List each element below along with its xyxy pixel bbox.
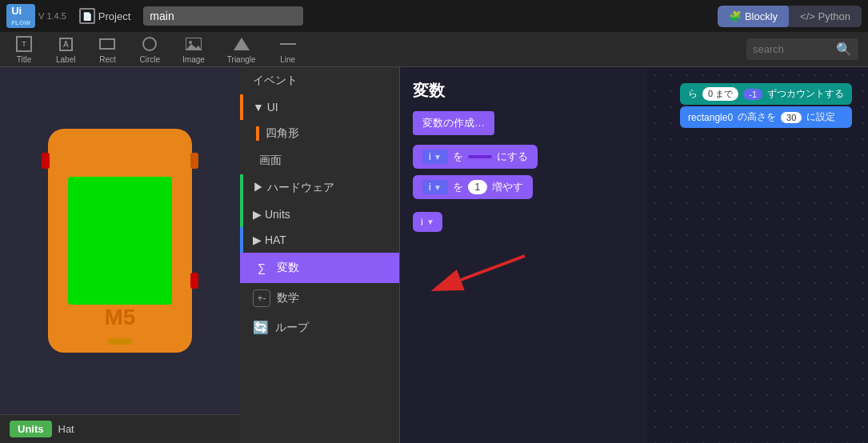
var-dropdown-1[interactable]: i ▼ [422, 150, 448, 164]
project-label: Project [98, 10, 130, 22]
math-label: 数学 [277, 291, 299, 305]
tool-rect-label: Rect [99, 55, 116, 64]
tool-line-label: Line [280, 55, 295, 64]
status-units-badge[interactable]: Units [10, 421, 52, 437]
red-arrow-icon [413, 248, 541, 296]
svg-point-1 [189, 41, 192, 44]
search-input[interactable] [753, 43, 833, 55]
count-neg: -1 [743, 89, 762, 100]
height-value: 30 [781, 112, 802, 123]
sidebar-item-math[interactable]: +- 数学 [240, 283, 399, 313]
sidebar-item-loop[interactable]: 🔄 ループ [240, 313, 399, 341]
set-variable-block[interactable]: i ▼ を にする [413, 145, 634, 169]
increment-variable-block[interactable]: i ▼ を 1 増やす [413, 175, 634, 199]
rect-label: 四角形 [266, 126, 299, 141]
status-hat-label[interactable]: Hat [58, 423, 74, 435]
tool-title-label: Title [17, 55, 32, 64]
sidebar-section-units[interactable]: ▶ Units [240, 202, 399, 227]
sidebar-section-hardware[interactable]: ▶ ハードウェア [240, 174, 399, 202]
tool-triangle[interactable]: Triangle [222, 33, 261, 66]
tool-label-label: Label [56, 55, 75, 64]
increment-value: 1 [468, 180, 487, 194]
line-icon [278, 34, 298, 54]
image-icon [184, 34, 203, 54]
ui-label: ▼ UI [253, 101, 278, 114]
tool-triangle-label: Triangle [227, 55, 256, 64]
device-side-btn-right [190, 153, 198, 169]
blockly-button[interactable]: 🧩 Blockly [718, 6, 789, 27]
tool-image[interactable]: Image [178, 33, 210, 66]
main-input[interactable] [143, 6, 303, 26]
set-variable-block-body[interactable]: i ▼ を にする [413, 145, 538, 169]
workspace[interactable]: ら 0 まで -1 ずつカウントする rectangle0 の高さを 30 に設… [647, 67, 869, 443]
device-preview: M5 [48, 129, 192, 353]
hat-label: ▶ HAT [253, 233, 286, 246]
device-screen [68, 177, 172, 305]
search-area: 🔍 [746, 38, 858, 60]
blocks-panel: 変数 変数の作成… i ▼ を にする i [400, 67, 647, 443]
units-label: ▶ Units [253, 208, 290, 221]
hardware-label: ▶ ハードウェア [253, 181, 334, 195]
sidebar-section-ui[interactable]: ▼ UI [240, 94, 399, 120]
tool-title[interactable]: T Title [10, 33, 38, 66]
device-side-btn-left [42, 153, 50, 169]
sidebar-item-variables[interactable]: ∑ 変数 [240, 253, 399, 283]
search-icon: 🔍 [836, 42, 852, 57]
device-panel: M5 Units Hat [0, 67, 240, 443]
top-bar: UiFLOW V 1.4.5 📄 Project 🧩 Blockly </> P… [0, 0, 868, 32]
logo-area: UiFLOW V 1.4.5 [6, 4, 66, 28]
device-side-btn-bottom [190, 273, 198, 289]
tool-circle[interactable]: Circle [134, 33, 165, 66]
workspace-blocks: ら 0 まで -1 ずつカウントする rectangle0 の高さを 30 に設… [680, 83, 852, 128]
variables-icon: ∑ [253, 259, 270, 277]
label-icon: A [56, 34, 75, 54]
title-icon: T [14, 34, 34, 54]
sidebar-section-hat[interactable]: ▶ HAT [240, 227, 399, 253]
project-icon: 📄 [79, 8, 95, 24]
count-block[interactable]: ら 0 まで -1 ずつカウントする [680, 83, 852, 105]
variables-label: 変数 [277, 261, 299, 275]
sidebar: イベント ▼ UI 四角形 画面 ▶ ハードウェア ▶ Units ▶ HAT [240, 67, 400, 443]
math-icon: +- [253, 289, 270, 307]
python-button[interactable]: </> Python [789, 6, 862, 27]
tool-line[interactable]: Line [274, 33, 302, 66]
tool-image-label: Image [182, 55, 205, 64]
logo-icon: UiFLOW [6, 4, 35, 28]
triangle-icon [232, 34, 251, 54]
circle-icon [140, 34, 159, 54]
tool-circle-label: Circle [139, 55, 160, 64]
svg-line-3 [461, 256, 525, 280]
tool-label[interactable]: A Label [51, 33, 80, 66]
mode-toggle: 🧩 Blockly </> Python [718, 6, 862, 27]
toolbar: T Title A Label Rect Circle Image Triang… [0, 32, 868, 67]
loop-label: ループ [275, 321, 309, 335]
sidebar-item-event[interactable]: イベント [240, 67, 399, 94]
blocks-title: 変数 [413, 80, 634, 102]
arrow-container [413, 248, 634, 296]
screen-label: 画面 [259, 154, 282, 168]
blockly-icon: 🧩 [729, 10, 742, 22]
tool-rect[interactable]: Rect [93, 33, 122, 66]
variable-value-block[interactable]: i ▼ [413, 212, 442, 232]
value-slot-1 [468, 155, 492, 158]
count-zero: 0 まで [702, 87, 738, 101]
version-label: V 1.4.5 [38, 11, 66, 21]
sidebar-item-rect[interactable]: 四角形 [240, 120, 399, 147]
create-variable-button[interactable]: 変数の作成… [413, 111, 494, 135]
var-dropdown-2[interactable]: i ▼ [422, 180, 448, 194]
event-label: イベント [253, 74, 298, 88]
increment-variable-block-body[interactable]: i ▼ を 1 増やす [413, 175, 533, 199]
project-button[interactable]: 📄 Project [73, 5, 137, 27]
rect-icon [98, 34, 117, 54]
device-label: M5 [105, 305, 136, 330]
loop-icon: 🔄 [253, 320, 269, 335]
sidebar-item-screen[interactable]: 画面 [240, 147, 399, 174]
device-bottom-btn [108, 338, 132, 345]
status-bar: Units Hat [0, 414, 240, 443]
set-height-block[interactable]: rectangle0 の高さを 30 に設定 [680, 106, 852, 128]
variable-value-block-area: i ▼ [413, 212, 634, 232]
